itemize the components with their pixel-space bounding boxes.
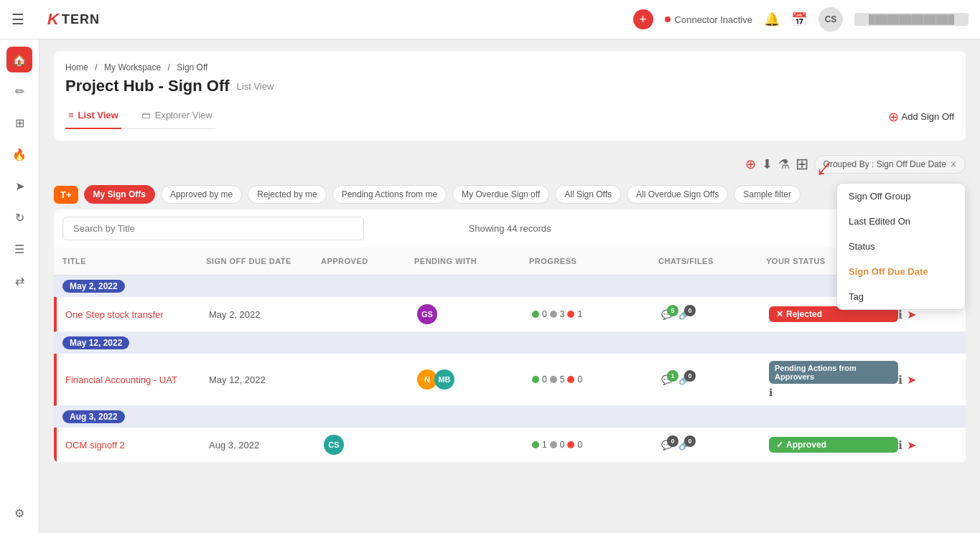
sidebar-item-list[interactable]: ☰	[6, 236, 32, 262]
add-sign-off-icon: ⊕	[888, 109, 899, 125]
search-input[interactable]	[62, 217, 364, 240]
main-content: Home / My Workspace / Sign Off Project H…	[39, 39, 980, 533]
row-title-2[interactable]: Financial Accounting - UAT	[65, 374, 209, 385]
sidebar-item-share[interactable]: ⇄	[6, 268, 32, 293]
filter-chip-rejected-by-me[interactable]: Rejected by me	[248, 185, 326, 204]
col-chats: Chats/Files	[658, 257, 766, 265]
dropdown-item-sign-off-group[interactable]: Sign Off Group	[837, 184, 965, 209]
filter-chip-my-sign-offs[interactable]: My Sign Offs	[84, 185, 155, 204]
col-pending: Pending With	[414, 257, 529, 265]
notification-button[interactable]: 🔔	[764, 11, 780, 27]
sidebar-item-settings[interactable]: ⚙	[6, 500, 32, 526]
row-status-2: Pending Actions from Approvers ℹ	[769, 361, 898, 398]
sidebar-item-send[interactable]: ➤	[6, 173, 32, 199]
filter-chip-approved-by-me[interactable]: Approved by me	[161, 185, 242, 204]
file-badge-2: 🔗 0	[678, 374, 690, 385]
breadcrumb-sep1: /	[95, 62, 97, 72]
header-card: Home / My Workspace / Sign Off Project H…	[54, 51, 966, 141]
col-due-date: Sign Off Due Date	[206, 257, 321, 265]
file-count-1: 0	[684, 305, 696, 316]
row-title-3[interactable]: OCM signoff 2	[65, 440, 209, 451]
sidebar-item-refresh[interactable]: ↻	[6, 204, 32, 230]
grouped-chip-close[interactable]: ×	[951, 159, 956, 170]
topbar-right: + Connector Inactive 🔔 📅 CS ████████████…	[633, 7, 969, 32]
logo: K TERN	[47, 10, 100, 29]
add-button[interactable]: +	[633, 9, 653, 29]
breadcrumb: Home / My Workspace / Sign Off	[65, 62, 954, 72]
tab-explorer-view[interactable]: 🗃 Explorer View	[139, 104, 215, 129]
row-chats-3: 💬 0 🔗 0	[661, 440, 769, 451]
user-name: ██████████████	[854, 13, 969, 26]
list-view-icon: ≡	[68, 110, 74, 121]
group-by-button[interactable]: ⊞	[795, 155, 808, 174]
row-progress-1: 0 3 1	[532, 309, 661, 319]
filter-button[interactable]: ⚗	[778, 156, 790, 172]
dot-gray-icon	[550, 311, 557, 318]
download-button[interactable]: ⬇	[762, 156, 773, 172]
file-count-2: 0	[684, 370, 696, 382]
filter-chip-all-sign-offs[interactable]: All Sign Offs	[555, 185, 621, 204]
sidebar-item-edit[interactable]: ✏	[6, 78, 32, 104]
chat-count-3: 0	[667, 435, 678, 447]
calendar-button[interactable]: 📅	[791, 11, 807, 27]
sidebar: 🏠 ✏ ⊞ 🔥 ➤ ↻ ☰ ⇄ ⚙	[0, 39, 39, 533]
logo-k-icon: K	[47, 10, 59, 29]
connector-status: Connector Inactive	[665, 14, 752, 25]
dot-green-icon3	[532, 441, 539, 448]
chat-badge-2: 💬 1	[661, 374, 673, 385]
dot-green-icon2	[532, 376, 539, 383]
records-count: Showing 44 records	[364, 223, 655, 234]
add-sign-off-label: Add Sign Off	[902, 111, 954, 122]
tab-explorer-view-label: Explorer View	[155, 110, 213, 121]
sidebar-item-home[interactable]: 🏠	[6, 47, 32, 72]
table-container: Showing 44 records Title Sign Off Due Da…	[54, 209, 966, 463]
tab-list-view[interactable]: ≡ List View	[65, 104, 121, 129]
group-row-may12: May 12, 2022	[54, 332, 966, 354]
row-actions-2: ℹ ➤	[898, 373, 941, 387]
table-row: Financial Accounting - UAT May 12, 2022 …	[54, 354, 966, 406]
sidebar-item-grid[interactable]: ⊞	[6, 110, 32, 136]
add-sign-off-button[interactable]: ⊕ Add Sign Off	[888, 109, 954, 125]
filter-chip-my-overdue[interactable]: My Overdue Sign off	[452, 185, 549, 204]
row-chats-1: 💬 5 🔗 0	[661, 309, 769, 320]
group-badge-may12: May 12, 2022	[62, 336, 129, 349]
dropdown-item-status[interactable]: Status	[837, 234, 965, 259]
page-title-row: Project Hub - Sign Off List View	[65, 77, 954, 95]
grouped-chip[interactable]: Grouped By : Sign Off Due Date ×	[814, 155, 966, 174]
dot-gray-icon2	[550, 376, 557, 383]
dot-red-icon3	[567, 441, 574, 448]
info-icon2[interactable]: ℹ	[898, 373, 902, 387]
dropdown-item-last-edited[interactable]: Last Edited On	[837, 209, 965, 234]
row-title-1[interactable]: One Step stock transfer	[65, 309, 209, 320]
connector-dot-icon	[665, 16, 671, 22]
send-icon3[interactable]: ➤	[907, 438, 916, 452]
dropdown-item-sign-off-due-date[interactable]: Sign Off Due Date	[837, 259, 965, 284]
col-progress: Progress	[529, 257, 658, 265]
filter-chip-all-overdue[interactable]: All Overdue Sign Offs	[627, 185, 728, 204]
dot-red-icon2	[567, 376, 574, 383]
chat-count-1: 5	[667, 305, 678, 316]
send-icon2[interactable]: ➤	[907, 373, 916, 387]
breadcrumb-current[interactable]: Sign Off	[177, 62, 207, 72]
page-title: Project Hub - Sign Off	[65, 77, 230, 95]
breadcrumb-sep2: /	[168, 62, 170, 72]
menu-icon[interactable]: ☰	[11, 11, 24, 28]
file-count-3: 0	[684, 435, 696, 447]
row-status-3: ✓ Approved	[769, 437, 898, 453]
dropdown-item-tag[interactable]: Tag	[837, 284, 965, 309]
row-chats-2: 💬 1 🔗 0	[661, 374, 769, 385]
filter-chip-pending-actions[interactable]: Pending Actions from me	[332, 185, 447, 204]
tabs: ≡ List View 🗃 Explorer View	[65, 104, 215, 129]
breadcrumb-workspace[interactable]: My Workspace	[104, 62, 161, 72]
status-approved: ✓ Approved	[769, 437, 898, 453]
sidebar-item-flame[interactable]: 🔥	[6, 141, 32, 167]
tab-list-view-label: List View	[78, 110, 118, 121]
filter-chip-t[interactable]: T+	[54, 186, 78, 204]
add-toolbar-button[interactable]: ⊕	[745, 156, 756, 172]
file-badge-1: 🔗 0	[678, 309, 690, 320]
logo-text: TERN	[62, 12, 100, 27]
avatar[interactable]: CS	[818, 7, 843, 32]
filter-chip-sample[interactable]: Sample filter	[734, 185, 801, 204]
info-icon3[interactable]: ℹ	[898, 438, 902, 452]
breadcrumb-home[interactable]: Home	[65, 62, 88, 72]
